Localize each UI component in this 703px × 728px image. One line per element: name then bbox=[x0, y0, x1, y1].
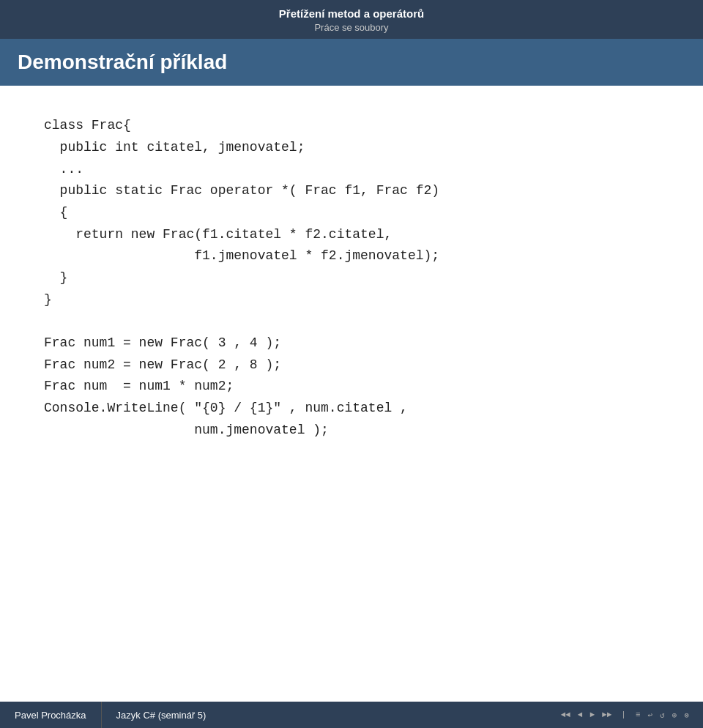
code-block: class Frac{ public int citatel, jmenovat… bbox=[44, 115, 659, 441]
main-content: class Frac{ public int citatel, jmenovat… bbox=[0, 86, 703, 716]
nav-redo-button[interactable]: ↺ bbox=[658, 709, 667, 721]
header-title: Přetížení metod a operátorů bbox=[0, 6, 703, 21]
nav-prev-button[interactable]: ◄ bbox=[576, 709, 585, 721]
slide-title: Demonstrační příklad bbox=[18, 51, 685, 74]
nav-zoom-button[interactable]: ⊗ bbox=[682, 709, 691, 721]
footer-author: Pavel Procházka bbox=[0, 702, 102, 728]
nav-undo-button[interactable]: ↩ bbox=[646, 709, 655, 721]
nav-menu-button[interactable]: ≡ bbox=[633, 709, 643, 721]
nav-separator: | bbox=[621, 710, 626, 719]
footer-course: Jazyk C# (seminář 5) bbox=[102, 710, 547, 721]
nav-next-button[interactable]: ► bbox=[587, 709, 597, 721]
footer-nav: ◄◄ ◄ ► ►► | ≡ ↩ ↺ ⊕ ⊗ bbox=[547, 709, 703, 721]
header-subtitle: Práce se soubory bbox=[0, 21, 703, 34]
slide-title-bar: Demonstrační příklad bbox=[0, 39, 703, 86]
nav-first-button[interactable]: ◄◄ bbox=[559, 709, 573, 721]
nav-last-button[interactable]: ►► bbox=[600, 709, 614, 721]
nav-search-button[interactable]: ⊕ bbox=[670, 709, 680, 721]
footer-bar: Pavel Procházka Jazyk C# (seminář 5) ◄◄ … bbox=[0, 702, 703, 728]
header-bar: Přetížení metod a operátorů Práce se sou… bbox=[0, 0, 703, 39]
